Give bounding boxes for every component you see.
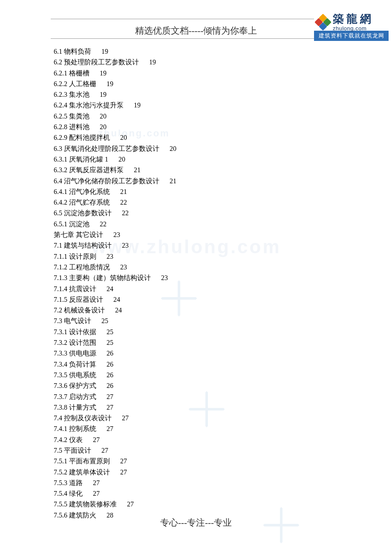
toc-title: 主要构（建）筑物结构设计 [67,274,151,281]
toc-page: 19 [89,69,107,77]
toc-title: 沉淀池 [67,220,89,228]
toc-num: 6.4 [54,177,62,185]
toc-title: 控制系统 [67,425,96,432]
toc-row: 7.2 机械设备设计 24 [52,305,342,315]
toc-row: 6.4 沼气净化储存阶段工艺参数设计 21 [52,176,342,186]
toc-title: 建筑物装修标准 [67,500,117,508]
toc-page: 25 [96,328,113,335]
toc-page: 20 [89,113,107,120]
toc-title: 集水池污水提升泵 [67,101,124,109]
toc-page: 19 [89,91,107,98]
toc-num: 7.3.6 [54,382,67,389]
toc-title: 沼气贮存系统 [67,199,110,206]
toc-row: 6.2.3 集水池 19 [52,89,342,100]
toc-title: 厌氧消化处理阶段工艺参数设计 [62,145,159,152]
toc-num: 6.2.5 [54,113,67,120]
toc-title: 工程地质情况 [67,263,110,271]
toc-title: 设计原则 [67,253,96,260]
toc-title: 平面布置原则 [67,457,110,465]
toc-page: 26 [96,361,113,368]
toc-row: 6.2 预处理阶段工艺参数设计 19 [52,57,342,67]
toc-page: 22 [112,209,129,217]
toc-title: 建筑与结构设计 [62,242,112,249]
toc-row: 6.4.2 沼气贮存系统 22 [52,197,342,208]
toc-num: 7.3.1 [54,328,67,335]
toc-title: 计量方式 [67,404,96,411]
toc-page: 27 [83,436,100,443]
toc-row: 7.1.1 设计原则 23 [52,251,342,262]
toc-num: 7.3.3 [54,350,67,357]
toc-page: 24 [103,296,120,303]
toc-page: 23 [112,242,129,249]
toc-row: 7.5.2 建筑单体设计 27 [52,467,342,477]
toc-num: 7.3.4 [54,361,67,368]
toc-page: 27 [117,500,134,508]
site-logo: 築龍網 zhulong.com 建筑资料下载就在筑龙网 [314,13,389,41]
toc-num: 6.3.1 [54,156,67,163]
toc-num: 7.4.1 [54,425,67,432]
toc-row: 6.4.1 沼气净化系统 21 [52,186,342,197]
toc-row: 6.3.1 厌氧消化罐 1 20 [52,154,342,165]
toc-page: 25 [91,317,108,324]
toc-page: 24 [105,306,122,314]
toc-title: 启动方式 [67,393,96,400]
toc-num: 6.4.1 [54,188,67,195]
toc-row: 6.2.9 配料池搅拌机 20 [52,132,342,143]
toc-page: 27 [112,414,129,422]
toc-num: 7.3.5 [54,371,67,379]
toc-title: 集水池 [67,91,89,98]
toc-page: 22 [110,199,127,206]
toc-title: 保护方式 [67,382,96,389]
toc-row: 7.3.8 计量方式 27 [52,402,342,413]
toc-title: 机械设备设计 [62,306,105,314]
toc-title: 人工格栅 [67,80,96,87]
page-footer: 专心---专注---专业 [0,517,392,529]
toc-row: 7.3.6 保护方式 26 [52,380,342,391]
toc-num: 7.5.2 [54,468,67,476]
toc-page: 23 [151,274,168,281]
toc-num: 6.3 [54,145,62,152]
toc-num: 6.2.9 [54,134,67,141]
toc-num: 6.2.8 [54,123,67,130]
toc-num: 6.2.3 [54,91,67,98]
toc-row: 6.2.1 格栅槽 19 [52,68,342,78]
toc-num: 7.1.1 [54,253,67,260]
toc-page: 19 [96,80,113,87]
toc-row: 6.5.1 沉淀池 22 [52,219,342,229]
toc-num: 7.5.5 [54,500,67,508]
toc-page: 27 [96,404,113,411]
toc-title: 其它设计 [74,231,103,238]
logo-cn: 築龍網 [333,14,374,25]
toc-page: 21 [159,177,176,185]
toc-title: 设计依据 [67,328,96,335]
toc-title: 进料池 [67,123,89,130]
toc-row: 6.2.8 进料池 20 [52,121,342,132]
toc-row: 6.1 物料负荷 19 [52,46,342,57]
toc-row: 7.3.7 启动方式 27 [52,391,342,402]
toc-page: 27 [91,447,108,454]
toc-page: 21 [124,166,141,173]
toc-title: 物料负荷 [62,48,91,55]
toc-page: 26 [96,350,113,357]
toc-row: 7.3.2 设计范围 25 [52,337,342,348]
toc-row: 7.3.3 供电电源 26 [52,348,342,358]
toc-row: 7.1.5 反应器设计 24 [52,294,342,305]
toc-num: 7.5 [54,447,62,454]
toc-page: 19 [139,58,156,66]
toc-num: 7.1 [54,242,62,249]
toc-page: 22 [89,220,107,228]
toc-title: 配料池搅拌机 [67,134,110,141]
toc-row: 7.3.1 设计依据 25 [52,327,342,337]
toc-row: 7.5.3 道路 27 [52,477,342,488]
toc-row: 7.1 建筑与结构设计 23 [52,240,342,251]
toc-num: 7.3.2 [54,339,67,346]
logo-en: zhulong.com [333,26,374,31]
toc-title: 厌氧反应器进料泵 [67,166,124,173]
toc-num: 7.1.3 [54,274,67,281]
toc-page: 25 [96,339,113,346]
toc-row: 7.5.4 绿化 27 [52,488,342,499]
toc-num: 7.1.4 [54,285,67,292]
toc-row: 第七章 其它设计 23 [52,229,342,240]
toc-row: 7.5.5 建筑物装修标准 27 [52,499,342,509]
toc-title: 负荷计算 [67,361,96,368]
